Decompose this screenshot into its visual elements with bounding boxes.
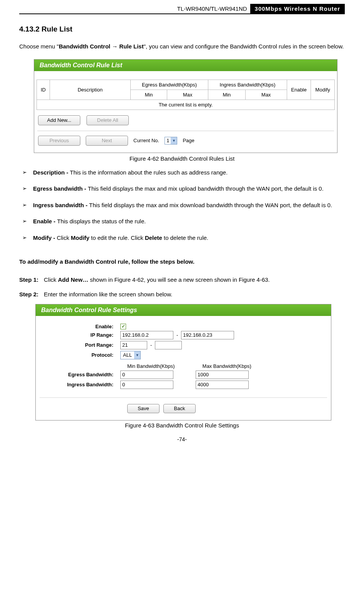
page-number: -74- xyxy=(19,436,345,442)
ip-range-start-input[interactable] xyxy=(120,331,173,339)
col-egress-min: Min xyxy=(131,90,167,100)
col-egress-group: Egress Bandwidth(Kbps) xyxy=(131,80,208,90)
rule-settings-title-bar: Bandwidth Control Rule Settings xyxy=(36,304,331,316)
label-egress-bandwidth: Egress Bandwidth: xyxy=(40,372,120,377)
step-2: Step 2: Enter the information like the s… xyxy=(19,289,345,300)
egress-min-input[interactable] xyxy=(120,371,173,379)
empty-list-message: The current list is empty. xyxy=(37,100,335,110)
bullet-ingress: Ingress bandwidth - This field displays … xyxy=(19,200,345,211)
page-select[interactable]: 1 ▼ xyxy=(165,137,177,145)
chevron-down-icon: ▼ xyxy=(171,137,177,144)
intro-paragraph: Choose menu "Bandwidth Control → Rule Li… xyxy=(19,41,345,52)
col-egress-max: Max xyxy=(167,90,208,100)
bullet-enable: Enable - This displays the status of the… xyxy=(19,216,345,227)
rule-list-title-bar: Bandwidth Control Rule List xyxy=(34,60,337,71)
col-enable: Enable xyxy=(287,80,311,100)
label-ip-range: IP Range: xyxy=(40,332,120,338)
step-1: Step 1: Click Add New… shown in Figure 4… xyxy=(19,274,345,286)
next-button[interactable]: Next xyxy=(86,136,128,146)
col-modify: Modify xyxy=(311,80,335,100)
section-heading: 4.13.2 Rule List xyxy=(19,25,345,33)
label-max-bandwidth: Max Bandwidth(Kbps) xyxy=(203,363,251,369)
label-protocol: Protocol: xyxy=(40,352,120,358)
previous-button[interactable]: Previous xyxy=(38,136,80,146)
protocol-select[interactable]: ALL ▼ xyxy=(120,351,141,359)
howto-heading: To add/modify a Bandwidth Control rule, … xyxy=(19,256,345,268)
pager-label-page: Page xyxy=(183,138,194,143)
port-range-end-input[interactable] xyxy=(155,341,182,349)
bullet-egress: Egress bandwidth - This field displays t… xyxy=(19,183,345,194)
pager-row: Previous Next Current No. 1 ▼ Page xyxy=(37,131,335,150)
figure-4-62-panel: Bandwidth Control Rule List ID Descripti… xyxy=(34,59,337,153)
pager-label-current: Current No. xyxy=(133,138,159,143)
figure-4-62-caption: Figure 4-62 Bandwidth Control Rules List xyxy=(19,155,345,162)
col-ingress-min: Min xyxy=(208,90,246,100)
figure-4-63-caption: Figure 4-63 Bandwidth Control Rule Setti… xyxy=(19,422,345,429)
back-button[interactable]: Back xyxy=(163,404,196,413)
col-ingress-group: Ingress Bandwidth(Kbps) xyxy=(208,80,287,90)
product-name: 300Mbps Wireless N Router xyxy=(250,4,345,13)
save-button[interactable]: Save xyxy=(127,404,160,413)
label-enable: Enable: xyxy=(40,324,120,329)
col-description: Description xyxy=(50,80,131,100)
egress-max-input[interactable] xyxy=(196,371,249,379)
port-range-start-input[interactable] xyxy=(120,341,147,349)
label-port-range: Port Range: xyxy=(40,342,120,348)
enable-checkbox[interactable]: ✓ xyxy=(120,324,126,329)
col-ingress-max: Max xyxy=(245,90,287,100)
delete-all-button[interactable]: Delete All xyxy=(86,115,129,125)
ingress-max-input[interactable] xyxy=(196,381,249,389)
figure-4-63-panel: Bandwidth Control Rule Settings Enable: … xyxy=(35,304,331,421)
label-ingress-bandwidth: Ingress Bandwidth: xyxy=(40,382,120,387)
label-min-bandwidth: Min Bandwidth(Kbps) xyxy=(127,363,175,369)
ip-range-end-input[interactable] xyxy=(181,331,234,339)
col-id: ID xyxy=(37,80,50,100)
add-new-button[interactable]: Add New... xyxy=(38,115,80,125)
chevron-down-icon: ▼ xyxy=(134,351,140,359)
rule-list-table: ID Description Egress Bandwidth(Kbps) In… xyxy=(37,80,335,110)
field-description-list: Description - This is the information ab… xyxy=(19,167,345,244)
bullet-modify: Modify - Click Modify to edit the rule. … xyxy=(19,233,345,244)
ingress-min-input[interactable] xyxy=(120,381,173,389)
model-number: TL-WR940N/TL-WR941ND xyxy=(19,4,250,13)
bullet-description: Description - This is the information ab… xyxy=(19,167,345,178)
page-header: TL-WR940N/TL-WR941ND 300Mbps Wireless N … xyxy=(19,4,345,14)
